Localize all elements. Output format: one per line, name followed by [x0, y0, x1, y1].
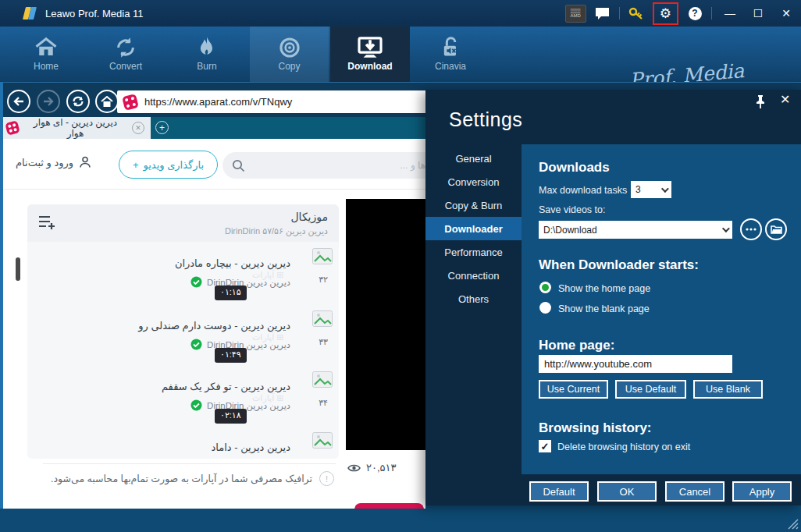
tab-home[interactable]: Home	[16, 27, 77, 82]
save-path-select[interactable]: D:\Download	[539, 221, 732, 239]
upload-video-button[interactable]: بارگذاری ویدیو+	[119, 151, 218, 179]
pin-icon[interactable]	[753, 94, 767, 109]
new-tab-button[interactable]: +	[155, 121, 169, 134]
home-page-heading: Home page:	[539, 338, 614, 353]
watermark: ⊞ آپارات	[252, 332, 283, 342]
tab-close-icon[interactable]: ✕	[132, 122, 144, 134]
window-title: Leawo Prof. Media 11	[45, 8, 144, 20]
info-icon: !	[319, 471, 334, 486]
tab-download[interactable]: Download	[330, 27, 410, 82]
ok-button[interactable]: OK	[597, 481, 657, 502]
tab-convert[interactable]: Convert	[92, 27, 159, 82]
radio-home-page[interactable]	[539, 282, 551, 293]
video-player[interactable]	[346, 199, 425, 450]
browser-tab-title: دیرین دیرین - ای هوار هوار	[25, 117, 126, 139]
burn-flame-icon	[197, 37, 217, 59]
playlist-add-icon[interactable]	[38, 215, 55, 230]
verified-icon	[190, 339, 202, 350]
playlist-item[interactable]: ۳۲ دیرین دیرین - بیچاره مادران دیرین دیر…	[27, 242, 339, 304]
use-default-button[interactable]: Use Default	[615, 380, 686, 399]
playlist-item[interactable]: ۳۳ دیرین دیرین - دوست دارم صندلی رو دیری…	[27, 304, 339, 365]
search-placeholder: ها و ...	[400, 160, 425, 171]
thumbnail-placeholder-icon	[312, 371, 333, 388]
maximize-button[interactable]: ☐	[748, 7, 768, 20]
title-bar: Leawo Prof. Media 11 ▒▒▒AMD ⚙ ? — ☐ ✕	[0, 0, 801, 27]
copy-disc-icon	[278, 37, 301, 59]
settings-nav-conversion[interactable]: Conversion	[425, 170, 522, 193]
help-icon[interactable]: ?	[686, 5, 703, 22]
back-button[interactable]	[7, 90, 30, 113]
tab-cinavia[interactable]: Cinavia	[412, 27, 489, 82]
key-icon[interactable]	[628, 5, 645, 22]
delete-history-checkbox[interactable]: ✓	[539, 440, 551, 452]
settings-nav-general[interactable]: General	[425, 147, 522, 170]
thumbnail-placeholder-icon	[312, 248, 333, 264]
browser-tab[interactable]: دیرین دیرین - ای هوار هوار ✕	[0, 117, 151, 139]
url-bar[interactable]: https://www.aparat.com/v/TNqwy	[117, 90, 433, 113]
amd-badge-icon: ▒▒▒AMD	[565, 5, 586, 23]
when-starts-heading: When Downloader starts:	[539, 257, 699, 273]
gear-icon[interactable]: ⚙	[660, 5, 671, 22]
open-folder-button[interactable]	[765, 218, 787, 240]
default-button[interactable]: Default	[529, 481, 589, 502]
duration-badge: ۰۱:۴۹	[215, 348, 247, 363]
url-text: https://www.aparat.com/v/TNqwy	[144, 96, 292, 108]
cancel-button[interactable]: Cancel	[665, 481, 724, 502]
settings-gear-highlight[interactable]: ⚙	[653, 2, 678, 25]
aparat-logo-icon	[122, 94, 139, 111]
divider	[619, 7, 620, 20]
settings-nav-connection[interactable]: Connection	[425, 264, 522, 287]
home-icon	[34, 37, 58, 59]
divider	[711, 7, 712, 20]
playlist-item[interactable]: دیرین دیرین - داماد	[27, 426, 339, 459]
radio-home-page-label: Show the home page	[558, 283, 650, 294]
settings-nav-downloader[interactable]: Downloader	[425, 217, 522, 240]
playlist-subtitle: دیرین دیرین ۵۷/۵۶ DirinDirin	[225, 226, 328, 236]
resize-grip[interactable]	[787, 518, 799, 530]
browser-home-button[interactable]	[95, 90, 119, 113]
browse-ellipsis-button[interactable]	[740, 218, 762, 240]
aparat-favicon	[5, 120, 20, 135]
item-title: دیرین دیرین - داماد	[74, 442, 290, 453]
thumbnail-placeholder-icon	[312, 310, 333, 327]
settings-title: Settings	[449, 108, 522, 131]
use-blank-button[interactable]: Use Blank	[693, 380, 763, 399]
radio-blank-page[interactable]	[539, 302, 551, 314]
settings-nav-copy-burn[interactable]: Copy & Burn	[425, 193, 522, 217]
item-title: دیرین دیرین - دوست دارم صندلی رو	[74, 320, 290, 332]
view-count: ۲۰,۵۱۳	[347, 462, 397, 473]
playlist-scrollbar[interactable]	[16, 257, 20, 281]
item-title: دیرین دیرین - تو فکر یک سقفم	[74, 381, 290, 392]
login-link[interactable]: ورود و ثبت‌نام	[16, 156, 91, 168]
verified-icon	[190, 276, 202, 288]
radio-blank-page-label: Show the blank page	[558, 303, 650, 314]
settings-nav: General Conversion Copy & Burn Downloade…	[425, 147, 522, 310]
webpage: ورود و ثبت‌نام بارگذاری ویدیو+ ها و ... …	[3, 139, 425, 509]
item-index: ۳۲	[319, 275, 328, 285]
max-tasks-label: Max download tasks	[539, 185, 627, 196]
max-tasks-select[interactable]: 3	[631, 181, 671, 198]
close-button[interactable]: ✕	[776, 7, 796, 20]
eye-icon	[347, 463, 361, 473]
home-page-input[interactable]	[539, 355, 732, 373]
tab-copy[interactable]: Copy	[250, 27, 329, 82]
apply-button[interactable]: Apply	[732, 481, 792, 502]
settings-nav-performance[interactable]: Performance	[425, 240, 522, 264]
traffic-notice: ! ترافیک مصرفی شما در آپارات به صورت تما…	[31, 471, 334, 486]
convert-icon	[114, 37, 137, 59]
tab-burn[interactable]: Burn	[173, 27, 240, 82]
panel-close-icon[interactable]: ✕	[780, 92, 790, 107]
refresh-button[interactable]	[66, 90, 90, 113]
forward-button[interactable]	[37, 90, 60, 113]
settings-panel: ✕ Settings General Conversion Copy & Bur…	[425, 90, 801, 505]
chat-icon[interactable]	[594, 5, 611, 22]
verified-icon	[190, 399, 202, 411]
search-bar[interactable]: ها و ...	[222, 152, 425, 179]
person-icon	[79, 156, 91, 168]
playlist-item[interactable]: ۳۴ دیرین دیرین - تو فکر یک سقفم دیرین دی…	[27, 365, 339, 426]
use-current-button[interactable]: Use Current	[539, 380, 608, 399]
minimize-button[interactable]: —	[720, 7, 740, 20]
aparat-pink-button[interactable]	[354, 503, 424, 509]
leawo-logo-icon	[23, 6, 38, 20]
settings-nav-others[interactable]: Others	[425, 287, 522, 310]
